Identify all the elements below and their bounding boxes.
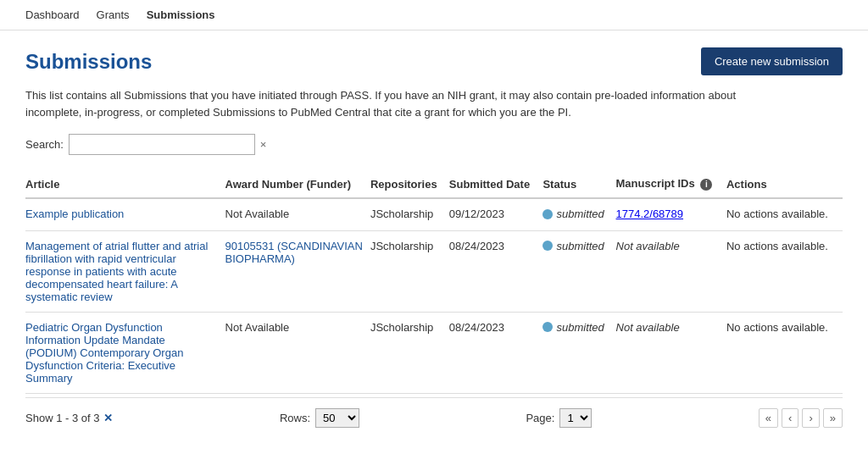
cell-award-number: Not Available (225, 312, 370, 393)
article-link[interactable]: Management of atrial flutter and atrial … (25, 240, 208, 303)
clear-filter-icon[interactable]: ✕ (103, 412, 113, 424)
manuscript-ids-info-icon[interactable]: i (700, 179, 712, 191)
search-label: Search: (25, 138, 64, 151)
pagination-last-button[interactable]: » (823, 408, 843, 428)
pagination-next-button[interactable]: › (802, 408, 819, 428)
col-status: Status (542, 170, 615, 198)
cell-manuscript-ids: Not available (616, 230, 726, 312)
cell-actions: No actions available. (726, 198, 843, 230)
table-row: Pediatric Organ Dysfunction Information … (25, 312, 843, 393)
show-count-text: Show 1 - 3 of 3 (25, 412, 99, 424)
page-description: This list contains all Submissions that … (25, 87, 788, 120)
cell-repositories: JScholarship (370, 198, 449, 230)
table-row: Example publicationNot AvailableJScholar… (25, 198, 843, 230)
cell-actions: No actions available. (726, 312, 843, 393)
col-award-number: Award Number (Funder) (225, 170, 370, 198)
article-link[interactable]: Example publication (25, 208, 124, 220)
status-text: submitted (556, 208, 604, 220)
cell-status: submitted (542, 198, 615, 230)
cell-status: submitted (542, 312, 615, 393)
page-selector: Page: 1 (526, 408, 592, 428)
status-text: submitted (556, 321, 604, 334)
pagination-first-button[interactable]: « (759, 408, 778, 428)
cell-award-number: 90105531 (SCANDINAVIAN BIOPHARMA) (225, 230, 370, 312)
rows-selector: Rows: 50 10 25 100 (280, 408, 359, 428)
cell-award-number: Not Available (225, 198, 370, 230)
top-nav: Dashboard Grants Submissions (0, 0, 868, 30)
cell-manuscript-ids: Not available (616, 312, 726, 393)
cell-repositories: JScholarship (370, 312, 449, 393)
create-submission-button[interactable]: Create new submission (701, 47, 843, 75)
cell-article: Management of atrial flutter and atrial … (25, 230, 225, 312)
pagination-prev-button[interactable]: ‹ (782, 408, 798, 428)
award-link[interactable]: 90105531 (SCANDINAVIAN BIOPHARMA) (225, 240, 363, 265)
cell-submitted-date: 08/24/2023 (449, 312, 543, 393)
cell-status: submitted (542, 230, 615, 312)
page-select[interactable]: 1 (559, 408, 592, 428)
page-header: Submissions Create new submission (25, 47, 843, 75)
nav-grants[interactable]: Grants (97, 8, 130, 21)
status-dot-icon (542, 241, 553, 251)
cell-actions: No actions available. (726, 230, 843, 312)
search-bar: Search: × (25, 134, 843, 155)
submissions-table: Article Award Number (Funder) Repositori… (25, 170, 843, 394)
cell-manuscript-ids: 1774.2/68789 (616, 198, 726, 230)
col-article: Article (25, 170, 225, 198)
nav-submissions-active: Submissions (147, 8, 215, 21)
manuscript-id-link[interactable]: 1774.2/68789 (616, 208, 684, 220)
cell-article: Pediatric Organ Dysfunction Information … (25, 312, 225, 393)
search-input[interactable] (69, 134, 255, 155)
status-dot-icon (542, 322, 553, 332)
col-manuscript-ids: Manuscript IDs i (616, 170, 726, 198)
rows-select[interactable]: 50 10 25 100 (315, 408, 359, 428)
cell-submitted-date: 09/12/2023 (449, 198, 543, 230)
page-title: Submissions (25, 50, 152, 74)
main-content: Submissions Create new submission This l… (0, 30, 868, 454)
table-header-row: Article Award Number (Funder) Repositori… (25, 170, 843, 198)
article-link[interactable]: Pediatric Organ Dysfunction Information … (25, 321, 183, 385)
status-dot-icon (542, 209, 553, 219)
nav-dashboard[interactable]: Dashboard (25, 8, 80, 21)
search-clear-icon[interactable]: × (260, 138, 267, 151)
table-footer: Show 1 - 3 of 3 ✕ Rows: 50 10 25 100 Pag… (25, 397, 843, 438)
rows-label: Rows: (280, 412, 310, 424)
status-text: submitted (556, 240, 604, 252)
col-submitted-date: Submitted Date (449, 170, 543, 198)
pagination-buttons: « ‹ › » (759, 408, 843, 428)
show-count: Show 1 - 3 of 3 ✕ (25, 412, 113, 424)
table-row: Management of atrial flutter and atrial … (25, 230, 843, 312)
col-actions: Actions (726, 170, 843, 198)
cell-article: Example publication (25, 198, 225, 230)
page-label: Page: (526, 412, 554, 424)
cell-submitted-date: 08/24/2023 (449, 230, 543, 312)
col-repositories: Repositories (370, 170, 449, 198)
cell-repositories: JScholarship (370, 230, 449, 312)
